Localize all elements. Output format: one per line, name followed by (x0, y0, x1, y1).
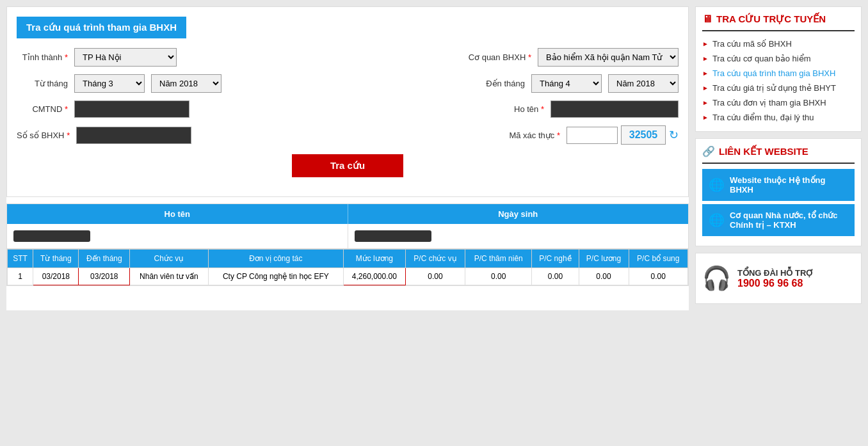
sidebar-link[interactable]: ►Tra cứu đơn vị tham gia BHXH (702, 95, 855, 110)
tinh-thanh-select[interactable]: TP Hà Nội (74, 48, 177, 67)
headset-icon: 🎧 (702, 265, 731, 292)
monitor-icon: 🖥 (702, 13, 712, 25)
arrow-icon: ► (702, 99, 709, 106)
col-don-vi: Đơn vị công tác (208, 250, 343, 268)
tu-nam-select[interactable]: Năm 2018 (151, 74, 221, 93)
result-ho-ten-header: Ho tên (7, 204, 348, 224)
den-thang-select[interactable]: Tháng 4 (531, 74, 602, 93)
arrow-icon: ► (702, 40, 709, 47)
birthday-blurred (355, 230, 431, 242)
cell-pc-bo-sung: 0.00 (629, 268, 687, 285)
search-button[interactable]: Tra cứu (292, 154, 403, 177)
arrow-icon: ► (702, 114, 709, 121)
cell-pc-chuc-vu: 0.00 (405, 268, 465, 285)
cell-pc-tham-nien: 0.00 (465, 268, 532, 285)
sidebar-tong-dai: 🎧 TỔNG ĐÀI HỖ TRỢ 1900 96 96 68 (695, 253, 862, 304)
cell-pc-nghe: 0.00 (532, 268, 579, 285)
sidebar-link[interactable]: ►Tra cứu quá trình tham gia BHXH (702, 66, 855, 81)
col-pc-bo-sung: P/C bổ sung (629, 250, 687, 268)
ho-ten-input[interactable] (551, 100, 679, 118)
link-icon: 🔗 (702, 145, 715, 157)
globe-icon-2: 🌐 (709, 212, 725, 228)
cell-don-vi: Cty CP Công nghệ tin học EFY (208, 268, 343, 285)
sidebar-tra-cuu: 🖥 TRA CỨU TRỰC TUYẾN ►Tra cứu mã số BHXH… (695, 6, 862, 132)
captcha-display: 32505 (621, 125, 666, 145)
name-blurred (13, 230, 90, 242)
col-pc-tham-nien: P/C thâm niên (465, 250, 532, 268)
arrow-icon: ► (702, 84, 709, 92)
results-table-wrapper: STT Từ tháng Đến tháng Chức vụ Đơn vị cô… (7, 249, 688, 285)
arrow-icon: ► (702, 70, 709, 77)
cmtnd-label: CMTND * (17, 104, 68, 114)
cell-chuc-vu: Nhân viên tư vấn (130, 268, 209, 285)
ho-ten-label: Ho tên * (480, 104, 544, 114)
den-nam-select[interactable]: Năm 2018 (608, 74, 679, 93)
col-muc-luong: Mức lương (343, 250, 405, 268)
co-quan-label: Cơ quan BHXH * (467, 52, 531, 62)
sidebar-tra-cuu-title: 🖥 TRA CỨU TRỰC TUYẾN (702, 13, 855, 25)
captcha-input[interactable]: 86368 (567, 127, 618, 144)
so-bhxh-label: Số số BHXH * (17, 131, 70, 140)
col-pc-luong: P/C lương (579, 250, 629, 268)
sidebar-links: ►Tra cứu mã số BHXH►Tra cứu cơ quan bảo … (702, 36, 855, 125)
col-stt: STT (8, 250, 33, 268)
co-quan-select[interactable]: Bảo hiểm Xã hội quận Nam Tử (538, 48, 679, 67)
col-den-thang: Đến tháng (79, 250, 130, 268)
sidebar-link[interactable]: ►Tra cứu giá trị sử dụng thẻ BHYT (702, 81, 855, 95)
globe-icon-1: 🌐 (709, 177, 725, 193)
arrow-icon: ► (702, 55, 709, 62)
cell-muc-luong: 4,260,000.00 (343, 268, 405, 285)
cell-pc-luong: 0.00 (579, 268, 629, 285)
ma-xac-thuc-label: Mã xác thực * (496, 131, 560, 140)
cmtnd-input[interactable] (74, 100, 189, 118)
col-tu-thang: Từ tháng (33, 250, 79, 268)
website-bhxh-button[interactable]: 🌐 Website thuộc Hệ thống BHXH (702, 169, 855, 201)
tu-thang-label: Từ tháng (17, 79, 68, 88)
col-chuc-vu: Chức vụ (130, 250, 209, 268)
cell-tu-thang: 03/2018 (33, 268, 79, 285)
sidebar-link[interactable]: ►Tra cứu cơ quan bảo hiểm (702, 51, 855, 66)
website-co-quan-button[interactable]: 🌐 Cơ quan Nhà nước, tổ chức Chính trị – … (702, 204, 855, 236)
den-thang-label: Đến tháng (461, 79, 525, 88)
tinh-thanh-label: Tỉnh thành * (17, 52, 68, 62)
phone-number: 1900 96 96 68 (737, 278, 814, 289)
sidebar-lien-ket: 🔗 LIÊN KẾT WEBSITE 🌐 Website thuộc Hệ th… (695, 138, 862, 246)
tu-thang-select[interactable]: Tháng 3 (74, 74, 145, 93)
form-title: Tra cứu quá trình tham gia BHXH (17, 17, 186, 38)
results-table: STT Từ tháng Đến tháng Chức vụ Đơn vị cô… (7, 249, 688, 285)
table-row: 1 03/2018 03/2018 Nhân viên tư vấn Cty C… (8, 268, 688, 285)
sidebar-lien-ket-title: 🔗 LIÊN KẾT WEBSITE (702, 145, 855, 157)
sidebar-link[interactable]: ►Tra cứu điểm thu, đại lý thu (702, 110, 855, 125)
captcha-refresh-button[interactable]: ↻ (669, 128, 679, 142)
col-pc-chuc-vu: P/C chức vụ (405, 250, 465, 268)
col-pc-nghe: P/C nghề (532, 250, 579, 268)
result-ngay-sinh-header: Ngày sinh (348, 204, 689, 224)
tong-dai-title: TỔNG ĐÀI HỖ TRỢ (737, 268, 814, 278)
result-name-value (7, 224, 348, 248)
result-birthday-value (348, 224, 689, 248)
cell-stt: 1 (8, 268, 33, 285)
sidebar-link[interactable]: ►Tra cứu mã số BHXH (702, 36, 855, 51)
cell-den-thang: 03/2018 (79, 268, 130, 285)
so-bhxh-input[interactable] (76, 127, 191, 144)
